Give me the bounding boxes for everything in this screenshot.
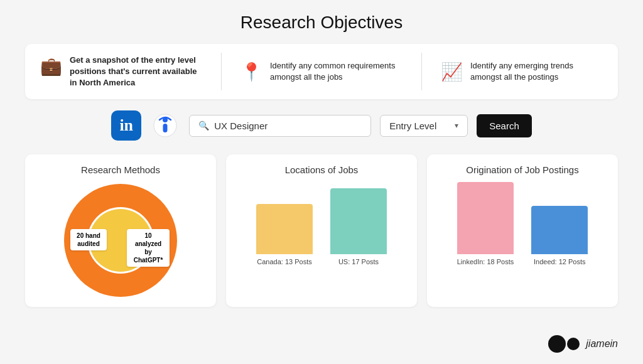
bar-label-canada: Canada: 13 Posts xyxy=(257,258,311,265)
page: Research Objectives 💼 Get a snapshot of … xyxy=(0,0,643,364)
bar-linkedin xyxy=(457,182,514,254)
svg-rect-2 xyxy=(163,124,168,132)
research-methods-card: Research Methods 20 hand audited 10 anal… xyxy=(25,154,216,307)
bar-group-indeed: Indeed: 12 Posts xyxy=(531,206,588,265)
objective-text-3: Identify any emerging trends amongst all… xyxy=(470,60,603,83)
bar-indeed xyxy=(531,206,588,254)
locations-card: Locations of Jobs Canada: 13 Posts US: 1… xyxy=(226,154,417,307)
pin-icon: 📍 xyxy=(240,62,262,82)
locations-bar-chart: Canada: 13 Posts US: 17 Posts xyxy=(239,184,404,265)
research-methods-title: Research Methods xyxy=(38,164,203,175)
bar-label-indeed: Indeed: 12 Posts xyxy=(534,258,586,265)
indeed-logo xyxy=(150,110,180,141)
origination-card: Origination of Job Postings LinkedIn: 18… xyxy=(427,154,618,307)
search-icon: 🔍 xyxy=(198,120,209,131)
bar-group-canada: Canada: 13 Posts xyxy=(256,204,313,265)
chevron-down-icon: ▾ xyxy=(455,121,458,130)
bar-label-us: US: 17 Posts xyxy=(338,258,379,265)
chart-icon: 📈 xyxy=(441,62,463,82)
charts-row: Research Methods 20 hand audited 10 anal… xyxy=(25,154,618,307)
donut-chart: 20 hand audited 10 analyzed by ChatGPT* xyxy=(64,184,177,297)
linkedin-logo: in xyxy=(111,110,141,141)
brand-name: jiamein xyxy=(586,338,618,350)
objective-item-2: 📍 Identify any common requirements among… xyxy=(240,60,403,83)
bar-label-linkedin: LinkedIn: 18 Posts xyxy=(457,258,514,265)
label-hand-audited: 20 hand audited xyxy=(70,229,107,250)
divider-1 xyxy=(221,53,222,90)
dropdown-wrapper[interactable]: Entry Level Mid Level Senior Level ▾ xyxy=(380,115,468,137)
search-button[interactable]: Search xyxy=(477,114,532,137)
origination-title: Origination of Job Postings xyxy=(440,164,605,175)
medium-circle-small xyxy=(567,338,580,350)
medium-icon xyxy=(548,335,580,353)
search-input-wrapper[interactable]: 🔍 xyxy=(189,115,371,137)
objective-item-3: 📈 Identify any emerging trends amongst a… xyxy=(441,60,603,83)
bar-canada xyxy=(256,204,313,254)
divider-2 xyxy=(421,53,422,90)
search-bar: in 🔍 Entry Level Mid Level Senior Level … xyxy=(25,110,618,141)
briefcase-icon: 💼 xyxy=(40,56,62,77)
medium-circle-big xyxy=(548,335,566,353)
locations-title: Locations of Jobs xyxy=(239,164,404,175)
bar-group-us: US: 17 Posts xyxy=(330,188,387,265)
objective-item-1: 💼 Get a snapshot of the entry level posi… xyxy=(40,55,202,89)
objective-text-1: Get a snapshot of the entry level positi… xyxy=(70,55,202,89)
objectives-bar: 💼 Get a snapshot of the entry level posi… xyxy=(25,44,618,99)
search-input[interactable] xyxy=(214,120,362,131)
bar-group-linkedin: LinkedIn: 18 Posts xyxy=(457,182,514,265)
donut-labels: 20 hand audited 10 analyzed by ChatGPT* xyxy=(64,184,177,297)
level-dropdown[interactable]: Entry Level Mid Level Senior Level xyxy=(389,120,450,131)
page-title: Research Objectives xyxy=(25,13,618,33)
label-chatgpt: 10 analyzed by ChatGPT* xyxy=(127,229,170,267)
origination-bar-chart: LinkedIn: 18 Posts Indeed: 12 Posts xyxy=(440,184,605,265)
footer: jiamein xyxy=(548,335,618,353)
objective-text-2: Identify any common requirements amongst… xyxy=(270,60,403,83)
bar-us xyxy=(330,188,387,254)
